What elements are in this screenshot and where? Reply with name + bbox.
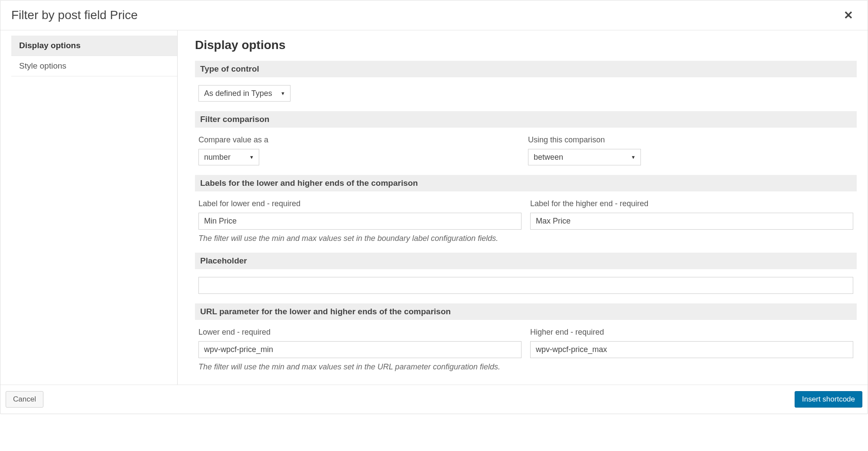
url-param-help-text: The filter will use the min and max valu…: [198, 362, 853, 372]
section-heading-placeholder: Placeholder: [195, 253, 857, 269]
section-body-filter-comparison: Compare value as a number Using this com…: [195, 135, 857, 175]
content-heading: Display options: [195, 38, 857, 52]
dialog-footer: Cancel Insert shortcode: [0, 385, 868, 414]
cancel-button[interactable]: Cancel: [6, 391, 43, 408]
filter-dialog: Filter by post field Price ✕ Display opt…: [0, 0, 868, 414]
using-comparison-select[interactable]: between: [528, 149, 641, 165]
section-heading-filter-comparison: Filter comparison: [195, 111, 857, 128]
lower-label-col: Label for lower end - required: [198, 199, 521, 230]
content-panel: Display options Type of control As defin…: [178, 30, 868, 385]
section-body-url-param: Lower end - required Higher end - requir…: [195, 328, 857, 376]
compare-as-label: Compare value as a: [198, 135, 519, 145]
lower-label-input[interactable]: [198, 213, 521, 230]
lower-url-col: Lower end - required: [198, 328, 521, 358]
dialog-title: Filter by post field Price: [11, 8, 138, 22]
lower-url-input[interactable]: [198, 341, 521, 358]
using-comparison-select-wrap: between: [528, 149, 641, 165]
close-icon: ✕: [844, 9, 853, 22]
higher-label-input[interactable]: [530, 213, 853, 230]
section-body-type-of-control: As defined in Types: [195, 85, 857, 111]
sidebar-item-display-options[interactable]: Display options: [11, 36, 177, 56]
type-of-control-select[interactable]: As defined in Types: [198, 85, 290, 102]
higher-url-label: Higher end - required: [530, 328, 853, 337]
type-of-control-select-wrap: As defined in Types: [198, 85, 290, 102]
sidebar-item-style-options[interactable]: Style options: [11, 56, 177, 76]
sidebar-item-label: Style options: [19, 61, 66, 70]
close-button[interactable]: ✕: [840, 10, 857, 21]
lower-url-label: Lower end - required: [198, 328, 521, 337]
higher-url-col: Higher end - required: [530, 328, 853, 358]
section-heading-labels: Labels for the lower and higher ends of …: [195, 175, 857, 191]
labels-help-text: The filter will use the min and max valu…: [198, 234, 853, 243]
compare-as-select[interactable]: number: [198, 149, 259, 165]
using-comparison-col: Using this comparison between: [528, 135, 853, 165]
dialog-body: Display options Style options Display op…: [0, 30, 868, 385]
higher-label-col: Label for the higher end - required: [530, 199, 853, 230]
sidebar: Display options Style options: [0, 30, 178, 385]
dialog-header: Filter by post field Price ✕: [0, 0, 868, 30]
insert-shortcode-button[interactable]: Insert shortcode: [795, 391, 862, 408]
sidebar-item-label: Display options: [19, 41, 80, 50]
compare-as-col: Compare value as a number: [198, 135, 519, 165]
higher-url-input[interactable]: [530, 341, 853, 358]
lower-label-label: Label for lower end - required: [198, 199, 521, 208]
section-body-placeholder: [195, 277, 857, 303]
section-body-labels: Label for lower end - required Label for…: [195, 199, 857, 253]
section-heading-url-param: URL parameter for the lower and higher e…: [195, 303, 857, 320]
spacer: [0, 414, 868, 451]
compare-as-select-wrap: number: [198, 149, 259, 165]
section-heading-type-of-control: Type of control: [195, 61, 857, 77]
higher-label-label: Label for the higher end - required: [530, 199, 853, 208]
using-comparison-label: Using this comparison: [528, 135, 853, 145]
placeholder-input[interactable]: [198, 277, 853, 294]
